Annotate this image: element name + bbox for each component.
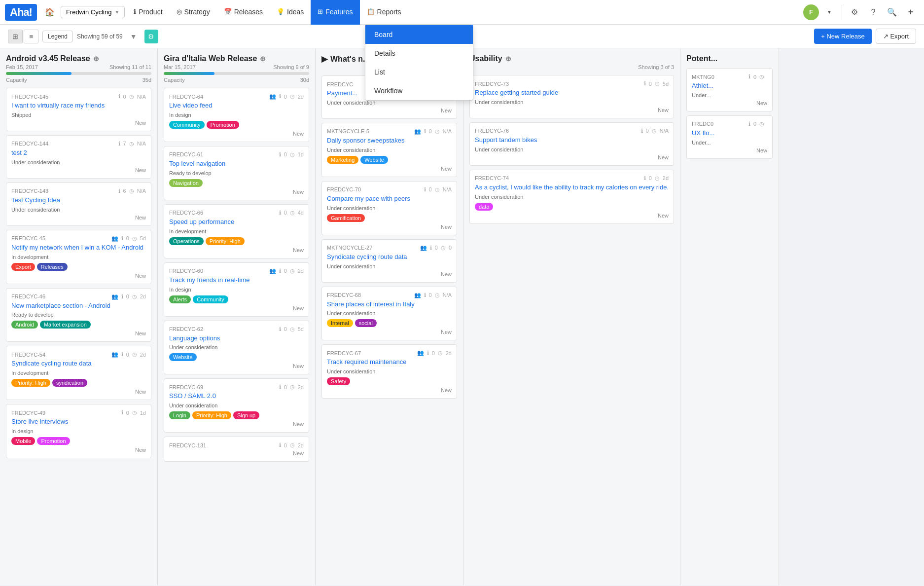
tag-priority:-high[interactable]: Priority: High — [11, 379, 50, 387]
add-to-column-icon[interactable]: ⊕ — [260, 55, 266, 63]
tag-android[interactable]: Android — [11, 321, 38, 329]
card-title[interactable]: test 2 — [11, 149, 146, 157]
card-title[interactable]: Support tandem bikes — [475, 136, 669, 145]
nav-releases[interactable]: 📅 Releases — [217, 0, 270, 25]
card-title[interactable]: I want to virtually race my friends — [11, 102, 146, 110]
tag-operations[interactable]: Operations — [169, 237, 204, 245]
dropdown-item-board[interactable]: Board — [365, 25, 473, 44]
card-title[interactable]: Test Cycling Idea — [11, 196, 146, 205]
workspace-selector[interactable]: Fredwin Cycling ▼ — [61, 6, 125, 18]
card-FREDCYC-62[interactable]: FREDCYC-62ℹ 0◷ 5dLanguage optionsUnder c… — [164, 321, 309, 375]
nav-reports[interactable]: 📋 Reports — [360, 0, 408, 25]
avatar-chevron-icon[interactable]: ▼ — [821, 4, 838, 21]
search-icon[interactable]: 🔍 — [884, 4, 900, 21]
card-title[interactable]: Share places of interest in Italy — [327, 300, 452, 309]
add-to-column-icon[interactable]: ⊕ — [93, 55, 99, 63]
add-icon[interactable]: + — [902, 4, 919, 21]
card-FREDCYC-74[interactable]: FREDCYC-74ℹ 0◷ 2dAs a cyclist, I would l… — [469, 170, 674, 224]
card-FREDCYC-143[interactable]: FREDCYC-143ℹ 6◷ N/ATest Cycling IdeaUnde… — [6, 183, 151, 226]
user-avatar[interactable]: F — [803, 4, 819, 20]
nav-product[interactable]: ℹ Product — [127, 0, 169, 25]
legend-button[interactable]: Legend — [42, 31, 73, 42]
card-title[interactable]: Track my friends in real-time — [169, 276, 304, 285]
card-FREDCYC-64[interactable]: FREDCYC-64👥ℹ 0◷ 2dLive video feedIn desi… — [164, 88, 309, 142]
nav-strategy[interactable]: ◎ Strategy — [170, 0, 217, 25]
card-title[interactable]: SSO / SAML 2.0 — [169, 392, 304, 401]
list-view-button[interactable]: ≡ — [24, 30, 38, 43]
tag-safety[interactable]: Safety — [327, 377, 350, 385]
card-title[interactable]: Athlet... — [692, 82, 767, 90]
export-button[interactable]: ↗ Export — [876, 29, 916, 44]
card-MKTNG0[interactable]: MKTNG0ℹ 0◷ Athlet...Under...New — [686, 68, 773, 111]
card-title[interactable]: Language options — [169, 334, 304, 343]
customize-button[interactable]: ⚙ — [144, 30, 158, 43]
tag-website[interactable]: Website — [169, 353, 197, 361]
card-FREDCYC-46[interactable]: FREDCYC-46👥ℹ 0◷ 2dNew marketplace sectio… — [6, 288, 151, 342]
tag-promotion[interactable]: Promotion — [207, 121, 239, 129]
tag-sign-up[interactable]: Sign up — [233, 411, 259, 419]
tag-data[interactable]: data — [475, 203, 493, 211]
add-to-column-icon[interactable]: ⊕ — [505, 55, 511, 63]
card-title[interactable]: Replace getting started guide — [475, 89, 669, 97]
expand-icon[interactable]: ▶ — [321, 54, 327, 64]
tag-priority:-high[interactable]: Priority: High — [192, 411, 231, 419]
card-FREDCYC-68[interactable]: FREDCYC-68👥ℹ 0◷ N/AShare places of inter… — [321, 287, 457, 341]
card-MKTNGCYCLE-27[interactable]: MKTNGCYCLE-27👥ℹ 0◷ 0Syndicate cycling ro… — [321, 239, 457, 283]
card-FREDCYC-61[interactable]: FREDCYC-61ℹ 0◷ 1dTop level navigationRea… — [164, 146, 309, 200]
card-FREDCYC-70[interactable]: FREDCYC-70ℹ 0◷ N/ACompare my pace with p… — [321, 181, 457, 235]
card-title[interactable]: Speed up performance — [169, 218, 304, 226]
dropdown-item-workflow[interactable]: Workflow — [365, 81, 473, 100]
tag-syndication[interactable]: syndication — [52, 379, 87, 387]
new-release-button[interactable]: + New Release — [814, 29, 872, 44]
card-FREDCYC-66[interactable]: FREDCYC-66ℹ 0◷ 4dSpeed up performanceIn … — [164, 204, 309, 258]
card-FREDCYC-54[interactable]: FREDCYC-54👥ℹ 0◷ 2dSyndicate cycling rout… — [6, 346, 151, 400]
filter-icon[interactable]: ▼ — [127, 30, 141, 43]
tag-login[interactable]: Login — [169, 411, 190, 419]
tag-social[interactable]: social — [355, 319, 377, 327]
tag-mobile[interactable]: Mobile — [11, 437, 35, 445]
card-FREDCYC-73[interactable]: FREDCYC-73ℹ 0◷ 5dReplace getting started… — [469, 75, 674, 118]
tag-promotion[interactable]: Promotion — [37, 437, 70, 445]
card-FREDCYC-69[interactable]: FREDCYC-69ℹ 0◷ 2dSSO / SAML 2.0Under con… — [164, 378, 309, 433]
tag-community[interactable]: Community — [169, 121, 205, 129]
grid-view-button[interactable]: ⊞ — [8, 30, 23, 43]
card-title[interactable]: Compare my pace with peers — [327, 195, 452, 203]
tag-website[interactable]: Website — [360, 156, 388, 164]
card-MKTNGCYCLE-5[interactable]: MKTNGCYCLE-5👥ℹ 0◷ N/ADaily sponsor sweep… — [321, 123, 457, 177]
nav-features[interactable]: ⊞ Features — [311, 0, 359, 25]
card-FREDCYC-76[interactable]: FREDCYC-76ℹ 0◷ N/ASupport tandem bikesUn… — [469, 122, 674, 166]
tag-marketing[interactable]: Marketing — [327, 156, 358, 164]
tag-market-expansion[interactable]: Market expansion — [40, 321, 91, 329]
card-title[interactable]: Track required maintenance — [327, 358, 452, 366]
card-FREDCYC-131[interactable]: FREDCYC-131ℹ 0◷ 2dNew — [164, 437, 309, 462]
card-FREDCYC-60[interactable]: FREDCYC-60👥ℹ 0◷ 2dTrack my friends in re… — [164, 262, 309, 317]
home-button[interactable]: 🏠 — [41, 3, 59, 21]
nav-ideas[interactable]: 💡 Ideas — [270, 0, 311, 25]
card-title[interactable]: As a cyclist, I would like the ability t… — [475, 183, 669, 192]
settings-icon[interactable]: ⚙ — [846, 4, 863, 21]
dropdown-item-details[interactable]: Details — [365, 44, 473, 63]
card-FREDCYC-49[interactable]: FREDCYC-49ℹ 0◷ 1dStore live interviewsIn… — [6, 404, 151, 458]
help-icon[interactable]: ? — [865, 4, 882, 21]
card-title[interactable]: New marketplace section - Android — [11, 302, 146, 310]
tag-internal[interactable]: Internal — [327, 319, 353, 327]
card-FREDCYC-45[interactable]: FREDCYC-45👥ℹ 0◷ 5dNotify my network when… — [6, 230, 151, 284]
tag-export[interactable]: Export — [11, 263, 35, 271]
tag-gamification[interactable]: Gamification — [327, 214, 365, 222]
card-title[interactable]: Live video feed — [169, 102, 304, 110]
tag-priority:-high[interactable]: Priority: High — [206, 237, 245, 245]
dropdown-item-list[interactable]: List — [365, 63, 473, 81]
tag-navigation[interactable]: Navigation — [169, 179, 203, 187]
card-title[interactable]: Notify my network when I win a KOM - And… — [11, 244, 146, 252]
card-title[interactable]: Top level navigation — [169, 160, 304, 168]
card-title[interactable]: Store live interviews — [11, 418, 146, 426]
card-title[interactable]: UX flo... — [692, 129, 767, 138]
logo[interactable]: Aha! — [5, 4, 37, 21]
card-FREDCYC-144[interactable]: FREDCYC-144ℹ 7◷ N/Atest 2Under considera… — [6, 135, 151, 179]
card-FREDCYC-145[interactable]: FREDCYC-145ℹ 0◷ N/AI want to virtually r… — [6, 88, 151, 131]
card-title[interactable]: Syndicate cycling route data — [327, 253, 452, 261]
tag-community[interactable]: Community — [193, 295, 228, 303]
card-FREDCYC-67[interactable]: FREDCYC-67👥ℹ 0◷ 2dTrack required mainten… — [321, 344, 457, 399]
card-FREDC0[interactable]: FREDC0ℹ 0◷ UX flo...Under...New — [686, 115, 773, 159]
tag-releases[interactable]: Releases — [37, 263, 68, 271]
